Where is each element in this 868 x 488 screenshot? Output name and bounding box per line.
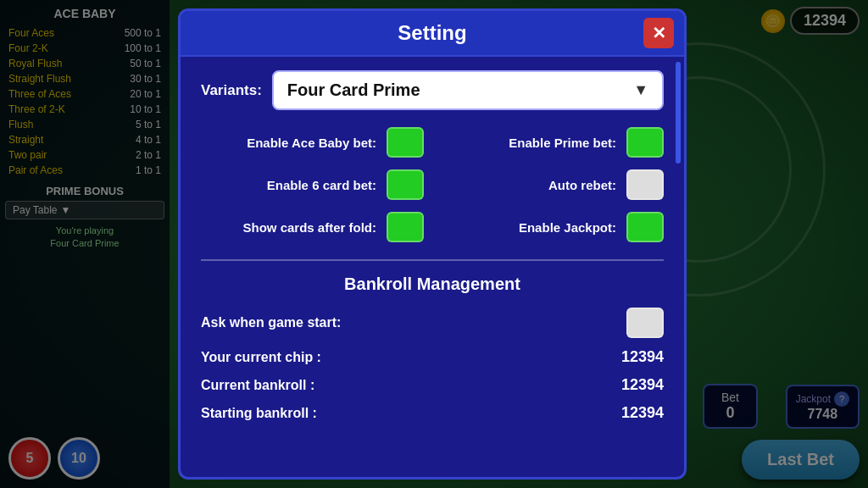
variants-row: Variants: Four Card Prime ▼ xyxy=(201,70,664,110)
starting-bankroll-label: Starting bankroll : xyxy=(201,406,613,421)
toggle-jackpot-label: Enable Jackpot: xyxy=(441,220,616,235)
variants-select[interactable]: Four Card Prime ▼ xyxy=(272,70,664,110)
current-bankroll-label: Current bankroll : xyxy=(201,378,613,393)
toggle-ace-baby-label: Enable Ace Baby bet: xyxy=(201,136,376,150)
toggle-ace-baby-bet: Enable Ace Baby bet: xyxy=(201,127,424,158)
toggle-6card-label: Enable 6 card bet: xyxy=(201,178,376,192)
variants-value: Four Card Prime xyxy=(287,80,420,100)
starting-bankroll-value: 12394 xyxy=(621,404,664,422)
current-chip-value: 12394 xyxy=(621,348,664,366)
toggle-ace-baby-switch[interactable] xyxy=(387,127,424,158)
toggle-6card-switch[interactable] xyxy=(387,169,424,200)
toggle-show-cards: Show cards after fold: xyxy=(201,212,424,242)
current-bankroll-row: Current bankroll : 12394 xyxy=(201,376,664,394)
modal-body: Variants: Four Card Prime ▼ Enable Ace B… xyxy=(181,57,684,446)
variants-chevron-icon: ▼ xyxy=(633,81,648,99)
ask-when-start-row: Ask when game start: xyxy=(201,308,664,338)
toggle-prime-bet: Enable Prime bet: xyxy=(441,127,664,158)
starting-bankroll-row: Starting bankroll : 12394 xyxy=(201,404,664,422)
toggle-6card-bet: Enable 6 card bet: xyxy=(201,169,424,200)
scroll-indicator xyxy=(676,62,681,164)
toggle-grid: Enable Ace Baby bet: Enable Prime bet: E… xyxy=(201,127,664,242)
toggle-show-cards-switch[interactable] xyxy=(387,212,424,242)
variants-label: Variants: xyxy=(201,82,262,99)
toggle-jackpot: Enable Jackpot: xyxy=(441,212,664,242)
modal-close-button[interactable]: ✕ xyxy=(643,18,674,48)
ask-when-start-label: Ask when game start: xyxy=(201,315,618,330)
toggle-show-cards-label: Show cards after fold: xyxy=(201,220,376,235)
toggle-auto-rebet: Auto rebet: xyxy=(441,169,664,200)
toggle-prime-switch[interactable] xyxy=(626,127,664,158)
toggle-auto-rebet-label: Auto rebet: xyxy=(441,178,616,192)
modal-title: Setting xyxy=(398,21,466,45)
settings-modal: Setting ✕ Variants: Four Card Prime ▼ En… xyxy=(178,8,687,480)
ask-when-start-toggle[interactable] xyxy=(626,308,664,338)
current-bankroll-value: 12394 xyxy=(621,376,664,394)
toggle-auto-rebet-switch[interactable] xyxy=(626,169,664,200)
modal-header: Setting ✕ xyxy=(181,11,684,57)
divider xyxy=(201,259,664,261)
toggle-jackpot-switch[interactable] xyxy=(626,212,664,242)
toggle-prime-label: Enable Prime bet: xyxy=(441,136,616,150)
current-chip-row: Your current chip : 12394 xyxy=(201,348,664,366)
current-chip-label: Your current chip : xyxy=(201,350,613,365)
bankroll-title: Bankroll Management xyxy=(201,274,664,294)
